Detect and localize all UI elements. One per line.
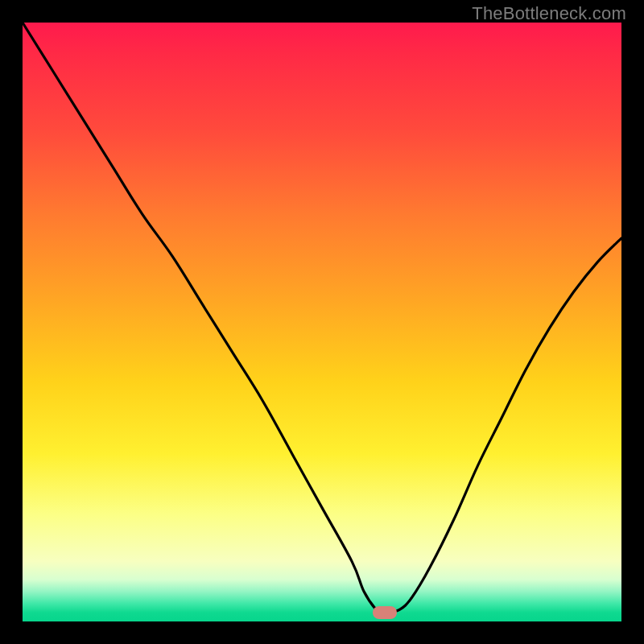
watermark-text: TheBottleneck.com <box>472 3 626 24</box>
optimal-point-marker <box>373 606 397 619</box>
plot-area <box>23 23 621 621</box>
chart-frame: TheBottleneck.com <box>0 0 644 644</box>
bottleneck-curve <box>23 23 621 613</box>
curve-svg <box>23 23 621 621</box>
